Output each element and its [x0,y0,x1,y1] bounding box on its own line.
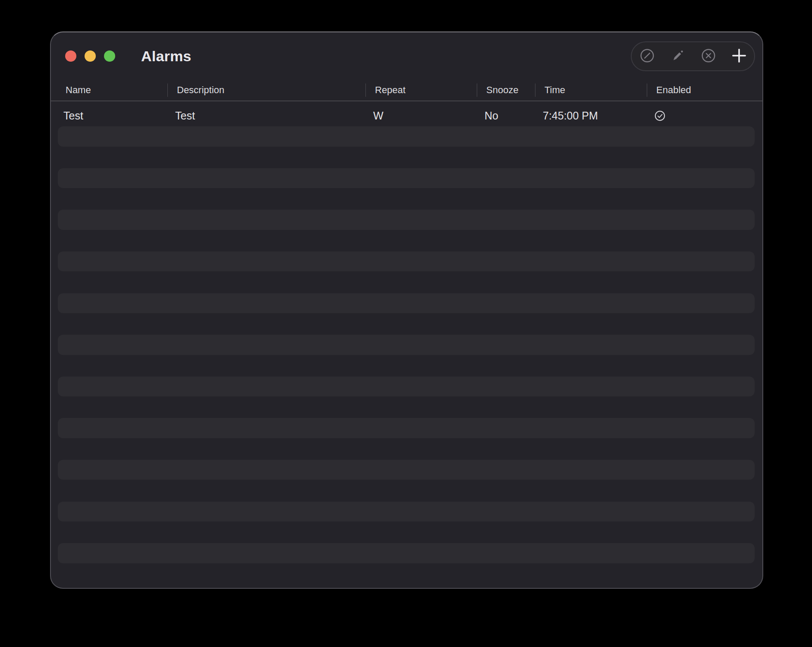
cell-time: 7:45:00 PM [535,110,647,122]
empty-row [51,147,762,168]
empty-row [51,480,762,501]
empty-row [51,314,762,334]
window-title: Alarms [141,48,191,65]
empty-row [51,293,762,314]
circle-slash-icon [640,48,655,64]
column-header-snooze[interactable]: Snooze [477,80,535,101]
traffic-lights [65,50,115,62]
zoom-button[interactable] [104,50,115,62]
column-header-name[interactable]: Name [51,80,167,101]
plus-icon [731,48,747,65]
empty-row [51,397,762,418]
empty-row [51,272,762,292]
toolbar [631,41,755,71]
empty-row [51,188,762,209]
empty-row [51,439,762,459]
alarms-table: NameDescriptionRepeatSnoozeTimeEnabled T… [51,80,762,584]
cell-repeat: W [365,110,477,122]
empty-row [51,209,762,230]
alarms-window: Alarms [50,31,763,589]
check-circle-icon [655,110,665,121]
edit-alarm-button[interactable] [662,42,693,70]
empty-row [51,168,762,188]
titlebar: Alarms [51,32,762,80]
empty-row [51,501,762,522]
empty-row [51,376,762,397]
pencil-icon [671,49,685,64]
cell-name: Test [51,110,167,122]
add-alarm-button[interactable] [724,42,754,70]
column-header-description[interactable]: Description [167,80,365,101]
empty-row [51,230,762,251]
empty-row [51,418,762,438]
desktop-background: Alarms [0,0,812,647]
empty-row [51,522,762,543]
column-header-repeat[interactable]: Repeat [365,80,477,101]
empty-row [51,126,762,147]
empty-row [51,564,762,584]
empty-row [51,355,762,376]
remove-alarm-button[interactable] [693,42,724,70]
circle-x-icon [701,48,716,64]
disable-alarm-button[interactable] [632,42,662,70]
minimize-button[interactable] [85,50,96,62]
empty-row [51,543,762,563]
empty-row [51,459,762,480]
table-body: TestTestWNo7:45:00 PM [51,101,762,584]
empty-row [51,334,762,355]
table-header: NameDescriptionRepeatSnoozeTimeEnabled [51,80,762,101]
alarm-row[interactable]: TestTestWNo7:45:00 PM [51,105,762,126]
cell-enabled [647,110,762,121]
cell-description: Test [167,110,365,122]
cell-snooze: No [477,110,535,122]
column-header-time[interactable]: Time [535,80,647,101]
close-button[interactable] [65,50,76,62]
empty-row [51,251,762,272]
column-header-enabled[interactable]: Enabled [647,80,762,101]
